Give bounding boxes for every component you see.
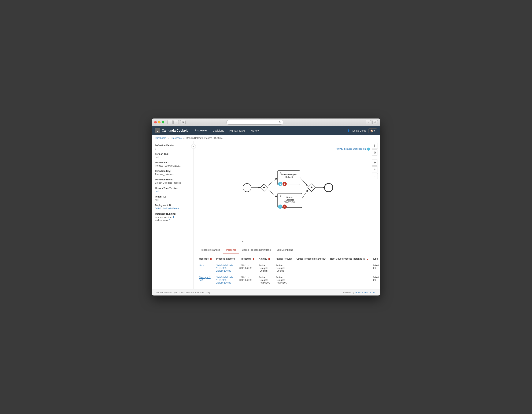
footer-right-link[interactable]: camunda BPM / v7.14.0 — [355, 291, 377, 294]
breadcrumb-sep-2: » — [183, 137, 185, 139]
zoom-in-button[interactable]: + — [372, 166, 378, 172]
task-default-label2: (Default) — [285, 176, 293, 178]
sort-message-icon[interactable] — [210, 258, 211, 260]
th-type-label: Type — [373, 257, 378, 260]
type-2: Failed Job — [373, 276, 379, 281]
footer-right: Powered by camunda BPM / v7.14.0 — [343, 291, 377, 294]
nav-item-more[interactable]: More ▾ — [248, 126, 262, 135]
td-activity-1: Broken Delegate (Default) — [256, 262, 273, 274]
sidebar-label-def-name: Definition Name: — [155, 178, 190, 181]
app-header: C Camunda Cockpit Processes Decisions Hu… — [152, 126, 380, 135]
nav-item-processes[interactable]: Processes — [192, 126, 210, 135]
zoom-out-button[interactable]: − — [372, 173, 378, 179]
badge-red-default-val: 1 — [284, 183, 285, 185]
th-root-cause-pid: Root Cause Process Instance ID ▲ — [328, 256, 370, 262]
breadcrumb-current: Broken Delegate Process : Runtime — [187, 137, 223, 139]
new-tab-button[interactable]: ⊕ — [372, 120, 378, 124]
sidebar-value-def-id: Process_1eknwmu:1:0d... — [155, 165, 190, 167]
sidebar-field-def-name: Definition Name: Broken Delegate Process — [155, 178, 190, 184]
bottom-panel: Process Instances Incidents Called Proce… — [194, 246, 380, 289]
flow-gw1-bd — [268, 178, 277, 186]
td-timestamp-1: 2020-11-08T10:47:36 — [237, 262, 256, 274]
pause-button[interactable]: ⏸ — [372, 143, 378, 149]
nav-item-decisions[interactable]: Decisions — [210, 126, 227, 135]
expand-button[interactable]: ⤢ — [242, 240, 244, 243]
gateway-1-icon: + — [263, 186, 265, 189]
flow-gw1-brt — [268, 189, 277, 197]
th-activity-label: Activity — [259, 257, 267, 260]
nav-item-human-tasks[interactable]: Human Tasks — [227, 126, 248, 135]
tabs-header: Process Instances Incidents Called Proce… — [194, 246, 380, 254]
tab-incidents[interactable]: Incidents — [223, 246, 239, 254]
sidebar-value-deployment[interactable]: 0d5a020e-21e2-11eb-a... — [155, 207, 190, 210]
instances-current-label: current version: — [157, 216, 172, 219]
maximize-button[interactable] — [162, 121, 164, 123]
failing-activity-2: Broken Delegate (R0/PT10M) — [276, 276, 288, 284]
flow-brt-gw2 — [302, 190, 308, 198]
tab-called-process[interactable]: Called Process Definitions — [239, 246, 274, 254]
sidebar-collapse-button[interactable]: ‹ — [191, 144, 196, 149]
th-cause-pid-label: Cause Process Instance ID — [296, 257, 326, 260]
breadcrumb-processes[interactable]: Processes — [171, 137, 181, 139]
sort-timestamp-icon[interactable] — [253, 258, 254, 260]
sort-root-cause-icon[interactable]: ▲ — [366, 258, 368, 260]
settings-button[interactable]: ⚙ — [372, 149, 378, 156]
sidebar: ‹ Definition Version: 1 Version Tag: nul… — [152, 141, 194, 289]
stats-toggle[interactable]: Activity Instance Statistics: on — [336, 148, 370, 151]
td-timestamp-2: 2020-11-08T10:47:36 — [237, 274, 256, 286]
minimize-button[interactable] — [158, 121, 161, 123]
forward-button[interactable]: › — [173, 120, 179, 124]
th-process-instance-label: Process Instance — [216, 257, 235, 260]
table-header-row: Message Process Instance Timestamp — [197, 256, 380, 262]
home-button[interactable]: 🏠 ▾ — [369, 128, 377, 133]
timestamp-2: 2020-11-08T10:47:36 — [239, 276, 252, 281]
td-type-2: Failed Job — [370, 274, 380, 286]
share-button[interactable]: ⎋ — [366, 120, 371, 124]
table-header: Message Process Instance Timestamp — [197, 256, 380, 262]
table-container: Message Process Instance Timestamp — [194, 254, 380, 289]
tab-job-definitions[interactable]: Job Definitions — [274, 246, 296, 254]
url-input[interactable]: localhost — [226, 120, 283, 125]
td-process-instance-1: 1b1e54a7-21e2-11eb-a2f3-2a4c552848d8 — [214, 262, 237, 274]
table-row: Uh oh 1b1e54a7-21e2-11eb-a2f3-2a4c552848… — [197, 262, 380, 274]
task-rt-label3: (R0/PT10M) — [284, 201, 295, 203]
sidebar-value-version: 1 — [155, 147, 190, 150]
process-instance-link-2[interactable]: 1b1e54a7-21e2-11eb-a2f3-2a4c552848d8 — [216, 276, 233, 284]
message-link-2[interactable]: Message is null. — [199, 276, 211, 281]
end-event[interactable] — [324, 183, 333, 192]
sidebar-field-def-id: Definition ID: Process_1eknwmu:1:0d... — [155, 161, 190, 167]
sidebar-value-history-ttl[interactable]: null — [155, 190, 190, 193]
refresh-button[interactable]: ↻ — [279, 121, 281, 124]
process-instance-link-1[interactable]: 1b1e54a7-21e2-11eb-a2f3-2a4c552848d8 — [216, 264, 233, 272]
instances-current-value[interactable]: 1 — [173, 216, 174, 219]
split-view-button[interactable]: ⊞ — [180, 120, 186, 124]
sidebar-field-history-ttl: History Time To Live: null — [155, 187, 190, 193]
td-failing-activity-2: Broken Delegate (R0/PT10M) — [274, 274, 294, 286]
th-activity: Activity — [256, 256, 273, 262]
sidebar-field-version: Definition Version: 1 — [155, 144, 190, 150]
activity-1: Broken Delegate (Default) — [259, 264, 268, 272]
task-default-label1: Broken Delegate — [281, 173, 296, 176]
move-button[interactable]: ✛ — [372, 159, 378, 166]
breadcrumb-dashboard[interactable]: Dashboard — [155, 137, 166, 139]
th-message: Message — [197, 256, 214, 262]
td-root-cause-pid-1 — [328, 262, 370, 274]
tab-process-instances[interactable]: Process Instances — [197, 246, 223, 254]
close-button[interactable] — [154, 121, 157, 123]
titlebar: ‹ › ⊞ localhost ↻ ⎋ ⊕ — [152, 118, 380, 126]
td-failing-activity-1: Broken Delegate (Default) — [274, 262, 294, 274]
td-activity-2: Broken Delegate (R0/PT10M) — [256, 274, 273, 286]
instances-list: current version: 1 all versions: 1 — [155, 216, 190, 222]
table-row: Message is null. 1b1e54a7-21e2-11eb-a2f3… — [197, 274, 380, 286]
sort-activity-icon[interactable] — [268, 258, 270, 260]
badge-blue-rt-val: 1 — [280, 206, 281, 208]
task-rt-label1: Broken — [286, 196, 293, 198]
activity-2: Broken Delegate (R0/PT10M) — [259, 276, 271, 284]
back-button[interactable]: ‹ — [167, 120, 173, 124]
start-event[interactable] — [243, 183, 251, 192]
sidebar-field-deployment: Deployment ID: 0d5a020e-21e2-11eb-a... — [155, 204, 190, 210]
message-link-1[interactable]: Uh oh — [199, 264, 205, 267]
breadcrumb: Dashboard » Processes » Broken Delegate … — [152, 135, 380, 141]
instances-all-value[interactable]: 1 — [169, 219, 170, 222]
task-rt-label2: Delegate — [285, 199, 294, 201]
